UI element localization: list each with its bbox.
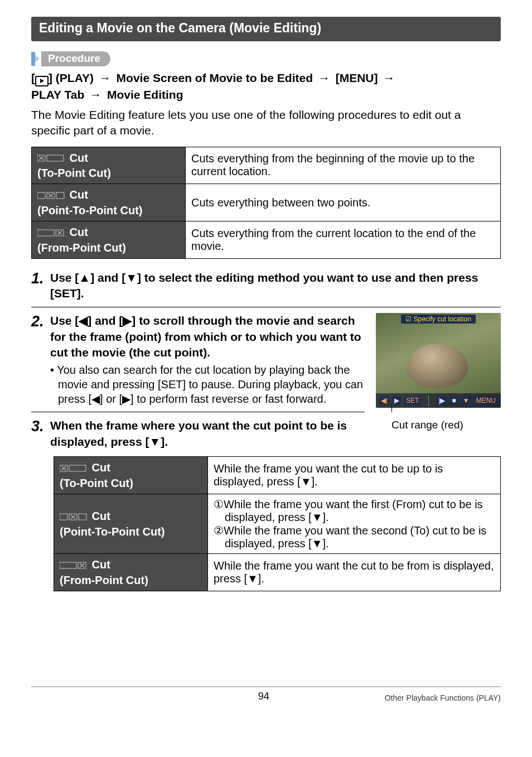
svg-rect-21 — [79, 514, 86, 520]
caption-pointer — [376, 408, 501, 414]
step-number: 3. — [31, 418, 50, 450]
from-point-cut-icon — [60, 558, 88, 573]
set-label: SET — [404, 396, 420, 405]
section-title: Editing a Movie on the Camera (Movie Edi… — [31, 17, 501, 41]
label-line1: Cut — [89, 461, 110, 474]
step-2: 2. Use [◀] and [▶] to scroll through the… — [31, 313, 365, 406]
page-number: 94 — [143, 691, 385, 702]
label-line1: Cut — [66, 226, 88, 238]
divider — [31, 412, 365, 412]
menu-label: MENU — [475, 396, 497, 405]
svg-rect-4 — [37, 192, 45, 199]
label-line1: Cut — [89, 510, 110, 522]
label-line1: Cut — [89, 558, 110, 571]
step-3: 3. When the frame where you want the cut… — [31, 418, 365, 450]
table-desc: While the frame you want the cut to be u… — [208, 457, 501, 494]
desc-line-1: ①While the frame you want the first (Fro… — [214, 498, 495, 524]
path-seg4: PLAY Tab — [31, 88, 84, 101]
step-title: Use [▲] and [▼] to select the editing me… — [50, 270, 501, 302]
rewind-icon: ◀| — [379, 396, 389, 405]
from-point-cut-icon — [37, 226, 65, 240]
page-footer: 94 Other Playback Functions (PLAY) — [31, 686, 501, 702]
intro-text: The Movie Editing feature lets you use o… — [31, 107, 501, 139]
table-desc: Cuts everything between two points. — [186, 184, 501, 221]
svg-rect-9 — [37, 230, 54, 236]
label-line2: (From-Point Cut) — [60, 574, 148, 586]
step-title: Use [◀] and [▶] to scroll through the mo… — [50, 313, 365, 360]
table-desc: Cuts everything from the current locatio… — [186, 221, 501, 259]
screenshot-caption: Cut range (red) — [376, 419, 501, 431]
procedure-label: Procedure — [41, 51, 110, 66]
procedure-heading: Procedure — [31, 51, 501, 66]
arrow-icon: → — [318, 70, 330, 86]
label-line1: Cut — [66, 152, 88, 164]
table-row: Cut (To-Point Cut) While the frame you w… — [54, 457, 501, 494]
label-line2: (Point-To-Point Cut) — [60, 525, 165, 538]
to-point-cut-icon — [37, 151, 65, 166]
forward-icon: |▶ — [437, 396, 447, 405]
step-number: 1. — [31, 270, 50, 302]
label-line2: (Point-To-Point Cut) — [37, 204, 142, 216]
arrow-icon: → — [383, 70, 395, 86]
label-line2: (To-Point Cut) — [37, 167, 111, 179]
label-line2: (To-Point Cut) — [60, 477, 133, 489]
step-1: 1. Use [▲] and [▼] to select the editing… — [31, 270, 501, 302]
cut-options-table: Cut (To-Point Cut) Cuts everything from … — [31, 147, 501, 259]
table-desc: While the frame you want the cut to be f… — [208, 553, 501, 591]
screenshot-top-label: ☑ Specify cut location — [401, 315, 476, 324]
procedure-tick-icon — [31, 52, 39, 66]
camera-screenshot: ☑ Specify cut location ◀| ▶ SET |▶ ■ ▼ M… — [376, 313, 501, 431]
down-icon: ▼ — [461, 396, 471, 405]
table-row: Cut (From-Point Cut) Cuts everything fro… — [32, 221, 501, 259]
stop-icon: ■ — [451, 396, 458, 405]
table-row: Cut (From-Point Cut) While the frame you… — [54, 553, 501, 591]
step-number: 2. — [31, 313, 50, 406]
arrow-icon: → — [90, 86, 101, 103]
to-point-cut-icon — [60, 461, 88, 476]
desc-line-2: ②While the frame you want the second (To… — [214, 524, 495, 550]
table-desc: Cuts everything from the beginning of th… — [186, 147, 501, 184]
table-desc: ①While the frame you want the first (Fro… — [208, 494, 501, 553]
arrow-icon: → — [99, 70, 111, 86]
table-row: Cut (Point-To-Point Cut) ①While the fram… — [54, 494, 501, 553]
path-seg3: [MENU] — [336, 71, 378, 84]
svg-rect-3 — [47, 155, 64, 161]
path-seg1-prefix: [ — [31, 71, 35, 84]
screenshot-subject — [407, 344, 468, 388]
table-row: Cut (To-Point Cut) Cuts everything from … — [32, 147, 501, 184]
divider — [31, 307, 501, 307]
step-title: When the frame where you want the cut po… — [50, 418, 365, 450]
path-seg5: Movie Editing — [107, 88, 183, 101]
svg-rect-8 — [56, 192, 64, 199]
svg-rect-16 — [69, 465, 86, 471]
screenshot-controls: ◀| ▶ SET |▶ ■ ▼ MENU — [376, 393, 501, 408]
label-line1: Cut — [66, 189, 88, 201]
play-control-icon: ▶ — [393, 396, 401, 405]
step-note: • You also can search for the cut locati… — [50, 363, 365, 406]
path-seg2: Movie Screen of Movie to be Edited — [117, 71, 313, 84]
step3-table: Cut (To-Point Cut) While the frame you w… — [54, 456, 501, 591]
svg-rect-22 — [60, 562, 76, 568]
footer-right: Other Playback Functions (PLAY) — [385, 693, 501, 702]
label-line2: (From-Point Cut) — [37, 242, 126, 254]
path-seg1-suffix: ] (PLAY) — [49, 71, 94, 84]
table-row: Cut (Point-To-Point Cut) Cuts everything… — [32, 184, 501, 221]
point-to-point-cut-icon — [37, 189, 65, 203]
play-icon — [35, 76, 49, 86]
svg-rect-17 — [60, 514, 67, 520]
navigation-path: [] (PLAY) → Movie Screen of Movie to be … — [31, 70, 501, 103]
point-to-point-cut-icon — [60, 510, 88, 524]
